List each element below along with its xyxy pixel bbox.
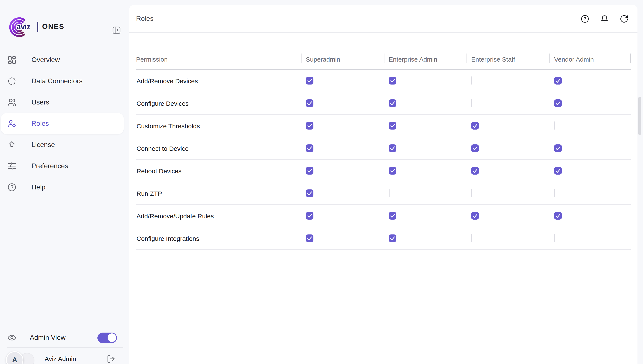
checked-checkbox[interactable] (389, 77, 396, 84)
table-body: Add/Remove DevicesConfigure DevicesCusto… (136, 70, 631, 250)
column-header-superadmin: Superadmin (301, 56, 384, 63)
unchecked-checkbox[interactable] (389, 189, 389, 197)
permission-cell (467, 77, 549, 84)
bell-icon (600, 14, 609, 23)
checked-checkbox[interactable] (471, 212, 479, 220)
permission-cell (467, 190, 549, 197)
sidebar-item-label: Users (32, 98, 49, 106)
roles-icon (7, 119, 17, 128)
table-row: Add/Remove/Update Rules (136, 205, 631, 227)
checked-checkbox[interactable] (306, 144, 313, 152)
unchecked-checkbox[interactable] (471, 234, 472, 242)
data-connectors-icon (7, 76, 17, 86)
permission-cell (384, 212, 467, 220)
vertical-scrollbar[interactable] (638, 97, 641, 135)
table-row: Reboot Devices (136, 160, 631, 182)
sidebar-item-label: Overview (32, 56, 60, 64)
users-icon (7, 98, 17, 107)
sidebar-collapse-button[interactable] (112, 26, 121, 35)
checked-checkbox[interactable] (306, 167, 313, 174)
table-row: Configure Devices (136, 92, 631, 115)
permission-cell (384, 190, 467, 197)
avatar[interactable]: A (6, 351, 23, 364)
unchecked-checkbox[interactable] (554, 234, 555, 242)
checked-checkbox[interactable] (389, 100, 396, 107)
checked-checkbox[interactable] (306, 234, 313, 242)
notifications-button[interactable] (600, 14, 609, 23)
sidebar-item-data-connectors[interactable]: Data Connectors (0, 70, 129, 92)
permission-cell (301, 77, 384, 84)
admin-view-toggle[interactable] (97, 332, 117, 343)
toggle-knob (108, 334, 116, 342)
checked-checkbox[interactable] (554, 144, 562, 152)
permission-label: Add/Remove Devices (136, 77, 301, 84)
permission-label: Configure Devices (136, 100, 301, 107)
eye-icon (7, 333, 17, 342)
checked-checkbox[interactable] (471, 167, 479, 174)
checked-checkbox[interactable] (306, 77, 313, 84)
sidebar-item-label: License (32, 141, 55, 149)
profile-row: A Aviz Admin (0, 351, 129, 364)
unchecked-checkbox[interactable] (554, 189, 555, 197)
unchecked-checkbox[interactable] (554, 122, 555, 130)
sidebar-item-label: Preferences (32, 162, 68, 170)
checked-checkbox[interactable] (306, 100, 313, 107)
permission-cell (384, 122, 467, 130)
permission-cell (549, 167, 631, 174)
checked-checkbox[interactable] (554, 77, 562, 84)
permission-cell (467, 167, 549, 174)
table-row: Add/Remove Devices (136, 70, 631, 92)
sidebar-item-users[interactable]: Users (0, 92, 129, 113)
permission-cell (301, 190, 384, 197)
help-circle-icon (580, 14, 589, 23)
app: aviz ONES OverviewData ConnectorsUsersRo… (0, 0, 643, 364)
checked-checkbox[interactable] (554, 167, 562, 174)
checked-checkbox[interactable] (471, 122, 479, 130)
sidebar-nav: OverviewData ConnectorsUsersRolesLicense… (0, 49, 129, 198)
table-row: Configure Integrations (136, 227, 631, 250)
product-name: ONES (42, 22, 64, 31)
checked-checkbox[interactable] (306, 212, 313, 220)
checked-checkbox[interactable] (389, 144, 396, 152)
checked-checkbox[interactable] (306, 190, 313, 197)
sidebar-item-label: Help (32, 184, 46, 191)
checked-checkbox[interactable] (389, 122, 396, 130)
permission-cell (549, 212, 631, 220)
permission-cell (384, 167, 467, 174)
sidebar-item-overview[interactable]: Overview (0, 49, 129, 70)
logo-divider (38, 22, 38, 32)
checked-checkbox[interactable] (306, 122, 313, 130)
checked-checkbox[interactable] (389, 212, 396, 220)
checked-checkbox[interactable] (389, 167, 396, 174)
unchecked-checkbox[interactable] (471, 189, 472, 197)
logo-wordmark: aviz (17, 22, 30, 32)
checked-checkbox[interactable] (554, 100, 562, 107)
permission-label: Connect to Device (136, 144, 301, 152)
table-header-row: PermissionSuperadminEnterprise AdminEnte… (136, 33, 631, 70)
checked-checkbox[interactable] (554, 212, 562, 220)
unchecked-checkbox[interactable] (471, 99, 472, 107)
permission-cell (549, 100, 631, 107)
checked-checkbox[interactable] (471, 144, 479, 152)
help-button[interactable] (580, 14, 589, 23)
sidebar-item-label: Roles (32, 120, 49, 128)
admin-view-row: Admin View (0, 327, 129, 348)
admin-view-label: Admin View (30, 334, 66, 342)
refresh-button[interactable] (620, 14, 628, 23)
permission-cell (467, 100, 549, 107)
logout-button[interactable] (106, 354, 116, 364)
unchecked-checkbox[interactable] (471, 76, 472, 84)
sidebar-item-help[interactable]: Help (0, 177, 129, 198)
checked-checkbox[interactable] (389, 234, 396, 242)
permission-cell (301, 144, 384, 152)
permission-cell (549, 190, 631, 197)
sidebar-item-preferences[interactable]: Preferences (0, 156, 129, 177)
main-panel: Roles Perm (129, 5, 637, 364)
permission-cell (301, 212, 384, 220)
permission-cell (549, 144, 631, 152)
page-header: Roles (129, 5, 637, 33)
preferences-icon (7, 162, 17, 171)
sidebar-item-roles[interactable]: Roles (1, 113, 124, 134)
sidebar-item-license[interactable]: License (0, 134, 129, 156)
help-icon (7, 183, 17, 192)
